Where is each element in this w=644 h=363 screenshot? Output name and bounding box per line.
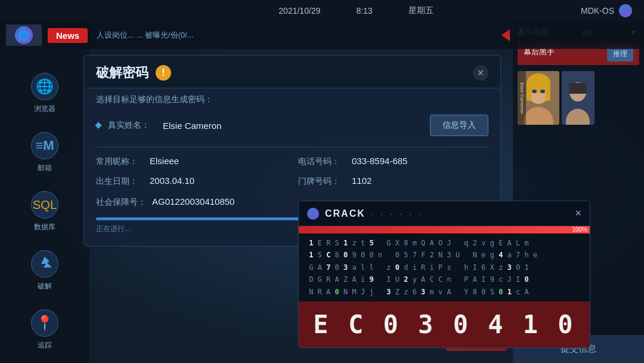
matrix-h18: 0: [499, 288, 503, 296]
matrix-h6: 0: [343, 251, 348, 259]
sidebar: 🌐 浏览器 ≡M 邮箱 SQL 数据库 破解: [0, 21, 89, 363]
real-name-label: 真实姓名：: [108, 120, 156, 131]
crack-icon: [31, 250, 58, 278]
phone-field: 电话号码： 033-8594-685: [298, 156, 488, 167]
crack-progress-fill: [96, 217, 332, 220]
nickname-field: 常用昵称： Elsieee: [96, 156, 286, 167]
date-display: 2021/10/29: [278, 6, 320, 16]
crack-sub-title: CRACK: [325, 208, 366, 219]
svg-rect-6: [546, 83, 550, 101]
status-bar-center: 2021/10/29 8:13 星期五: [278, 5, 433, 16]
crack-label: 破解: [38, 281, 52, 291]
crack-result-display: E C 0 3 0 4 1 0: [299, 302, 590, 347]
main-area: 🌐 News 人设岗位... ... 被曝光/份(0/... 🌐 浏览器 ≡M …: [0, 21, 644, 363]
matrix-h13: 2: [404, 275, 408, 284]
char-card-other: [562, 71, 595, 125]
trace-label: 追踪: [38, 340, 52, 350]
matrix-h9: 3: [343, 263, 348, 272]
matrix-h17: 3: [421, 288, 425, 296]
sidebar-item-browser[interactable]: 🌐 浏览器: [31, 73, 58, 114]
matrix-h3: 5: [369, 239, 373, 247]
sidebar-item-database[interactable]: SQL 数据库: [31, 191, 58, 232]
crack-sub-close-button[interactable]: ×: [575, 207, 581, 220]
matrix-h14: 0: [525, 275, 529, 284]
nickname-label: 常用昵称：: [96, 156, 144, 167]
matrix-h11: 3: [507, 263, 512, 272]
browser-icon: 🌐: [31, 73, 58, 100]
crack-modal-subtitle: 选择目标足够的信息生成密码：: [84, 88, 500, 109]
os-icon: [619, 4, 632, 17]
matrix-h7: 4: [499, 251, 503, 259]
status-bar: 2021/10/29 8:13 星期五 MDK-OS: [0, 0, 644, 21]
door-number-label: 门牌号码：: [298, 176, 346, 187]
database-icon: SQL: [31, 191, 58, 219]
real-name-row: 真实姓名： Elsie Cameron 信息导入: [96, 115, 488, 136]
nickname-value: Elsieee: [150, 156, 286, 166]
crack-modal-close-button[interactable]: ×: [473, 65, 488, 81]
news-badge: News: [48, 28, 88, 43]
matrix-row-4: D G R A Z A i 9 I U 2 y A C C n P A I 9 …: [305, 273, 584, 285]
real-name-value: Elsie Cameron: [163, 121, 423, 131]
svg-rect-12: [569, 83, 587, 94]
sidebar-item-crack[interactable]: 破解: [31, 250, 58, 291]
info-grid: 常用昵称： Elsieee 电话号码： 033-8594-685 出生日期： 2…: [96, 156, 488, 187]
day-display: 星期五: [408, 5, 434, 16]
crack-sub-header: CRACK · · · · · · ×: [299, 201, 590, 226]
matrix-row-3: G A 7 0 3 a l l z 0 d i R i P s h I 6 X …: [305, 262, 584, 273]
birthday-value: 2003.04.10: [150, 176, 286, 186]
mail-icon: ≡M: [31, 132, 58, 159]
char-name-tag-elsie: Elsie Cameron: [518, 71, 526, 125]
char-card-elsie: Elsie Cameron: [518, 71, 559, 125]
crack-loading-bar: 100%: [299, 226, 590, 233]
svg-point-7: [532, 90, 537, 93]
import-button[interactable]: 信息导入: [430, 115, 488, 136]
door-number-value: 1102: [352, 176, 488, 186]
crack-progress-red-fill: [299, 226, 590, 233]
sidebar-item-mail[interactable]: ≡M 邮箱: [31, 132, 58, 173]
matrix-row-1: 1 E R S 1 z t 5 G X 8 m Q A O J q 2 v g …: [305, 237, 584, 249]
sidebar-icons: 🌐 浏览器 ≡M 邮箱 SQL 数据库 破解: [0, 73, 89, 350]
arrow-up-icon: [501, 29, 510, 41]
crack-sub-window: CRACK · · · · · · × 100% 1 E R S 1 z t 5…: [298, 201, 590, 348]
sidebar-item-trace[interactable]: 📍 追踪: [31, 309, 58, 350]
top-bar-right: [501, 21, 510, 49]
code-matrix: 1 E R S 1 z t 5 G X 8 m Q A O J q 2 v g …: [299, 233, 590, 302]
matrix-h16: 3: [386, 288, 391, 296]
birthday-field: 出生日期： 2003.04.10: [96, 176, 286, 187]
crack-dots: · · · · · ·: [371, 209, 423, 219]
divider-1: [96, 147, 488, 147]
svg-point-8: [540, 90, 545, 93]
phone-value: 033-8594-685: [352, 156, 488, 166]
crack-modal-title: 破解密码: [96, 64, 148, 82]
svg-rect-5: [527, 83, 531, 101]
status-bar-right: MDK-OS: [581, 4, 632, 17]
mail-label: 邮箱: [38, 163, 52, 173]
warning-icon: !: [156, 65, 171, 81]
crack-modal-header: 破解密码 ! ×: [84, 56, 500, 88]
top-bar-icon: 🌐: [6, 24, 42, 46]
trace-icon: 📍: [31, 309, 58, 337]
matrix-h4: 1: [309, 251, 313, 259]
diamond-icon: [95, 122, 101, 128]
matrix-h19: 1: [507, 288, 512, 296]
character-cards: Elsie Cameron: [518, 71, 639, 125]
door-number-field: 门牌号码： 1102: [298, 176, 488, 187]
matrix-h10: 0: [395, 263, 400, 272]
database-label: 数据库: [34, 222, 55, 232]
progress-hint: 正在进行...: [96, 224, 131, 233]
matrix-h5: C: [326, 251, 330, 259]
time-display: 8:13: [356, 6, 372, 16]
matrix-h1: 1: [309, 239, 313, 247]
crack-sub-logo-icon: [307, 208, 319, 220]
top-bar: 🌐 News 人设岗位... ... 被曝光/份(0/...: [0, 21, 644, 49]
ssn-label: 社会保障号：: [96, 197, 146, 208]
phone-label: 电话号码：: [298, 156, 346, 167]
birthday-label: 出生日期：: [96, 176, 144, 187]
matrix-h15: 0: [335, 288, 339, 296]
matrix-h12: 9: [369, 275, 373, 284]
browser-label: 浏览器: [34, 104, 55, 114]
matrix-h2: 1: [343, 239, 348, 247]
globe-icon: 🌐: [15, 26, 33, 44]
matrix-row-5: N R A 0 N M J j 3 Z z 6 3 m v A Y 8 0 S …: [305, 286, 584, 298]
matrix-row-2: 1 S C 8 0 9 0 0 n 0 5 7 F 2 N 3 U N e g …: [305, 249, 584, 261]
